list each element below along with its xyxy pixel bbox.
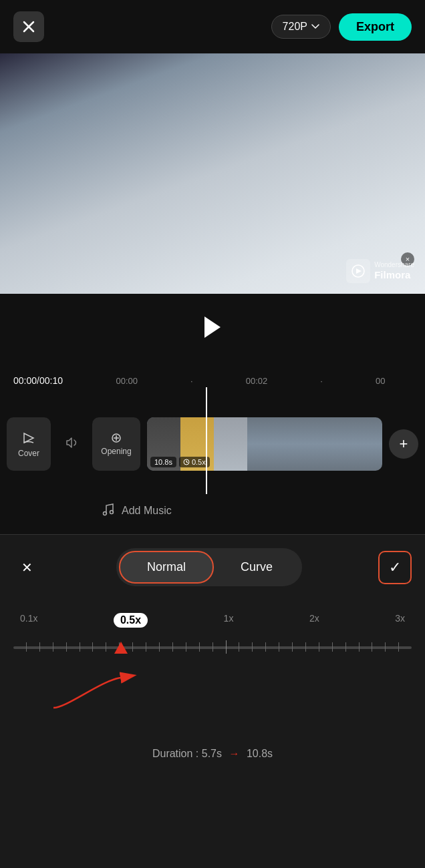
speed-2x: 2x (309, 613, 319, 628)
duration-label: Duration : (152, 748, 202, 759)
slider-track (13, 646, 412, 649)
marker-dot-1: · (190, 376, 193, 386)
resolution-label: 720P (283, 21, 307, 33)
play-button[interactable] (204, 316, 221, 338)
cover-button[interactable]: Cover (7, 417, 51, 471)
duration-info: Duration : 5.7s → 10.8s (0, 748, 425, 760)
music-icon (100, 502, 115, 520)
badge-row: 10.8s 0.5x (150, 457, 210, 467)
cancel-speed-button[interactable]: ✕ (13, 554, 40, 581)
tab-normal[interactable]: Normal (119, 551, 214, 584)
filmora-text: Wondershare Filmora (374, 261, 414, 281)
slider-thumb[interactable] (114, 642, 128, 654)
opening-label: Opening (101, 447, 131, 456)
speed-labels: 0.1x 0.5x 1x 2x 3x (13, 613, 412, 628)
cover-label: Cover (18, 449, 39, 458)
duration-from: 5.7s (202, 748, 222, 759)
volume-icon[interactable] (57, 435, 86, 453)
marker-end: 00 (376, 376, 385, 386)
add-music-button[interactable]: Add Music (100, 502, 172, 520)
playhead (206, 387, 207, 494)
marker-dot-2: · (320, 376, 323, 386)
opening-button[interactable]: Opening (92, 417, 140, 471)
add-clip-button[interactable]: + (389, 429, 418, 459)
bottom-panel: ✕ Normal Curve ✓ 0.1x 0.5x 1x 2x 3x (0, 534, 425, 868)
thumb-3 (214, 417, 247, 471)
track-area: Cover Opening 10.8s (0, 401, 425, 487)
speed-tab-container: Normal Curve (116, 548, 302, 586)
svg-point-8 (110, 510, 114, 513)
duration-arrow: → (229, 748, 239, 759)
speed-1x: 1x (224, 613, 234, 628)
video-preview: × Wondershare Filmora (0, 53, 425, 294)
arrow-section (13, 668, 412, 721)
speed-tabs: ✕ Normal Curve ✓ (0, 535, 425, 586)
track-clip[interactable]: 10.8s 0.5x (147, 417, 382, 471)
red-arrow (13, 668, 214, 714)
svg-point-7 (104, 511, 107, 515)
timeline-section: 00:00/00:10 00:00 · 00:02 · 00 (0, 361, 425, 401)
marker-2: 00:02 (246, 376, 268, 386)
timeline-markers: 00:00 · 00:02 · 00 (63, 376, 412, 386)
speed-badge: 0.5x (179, 457, 210, 467)
duration-badge: 10.8s (150, 457, 176, 467)
close-button[interactable] (13, 11, 44, 42)
add-music-label: Add Music (122, 505, 172, 517)
marker-0: 00:00 (116, 376, 138, 386)
filmora-icon (346, 259, 370, 283)
controls-area (0, 294, 425, 361)
resolution-button[interactable]: 720P (271, 15, 331, 39)
slider-container[interactable] (13, 634, 412, 661)
video-track: 10.8s 0.5x (147, 417, 382, 471)
duration-to: 10.8s (247, 748, 273, 759)
speed-0.1x: 0.1x (20, 613, 37, 628)
time-display: 00:00/00:10 (13, 375, 63, 386)
speed-slider-section: 0.1x 0.5x 1x 2x 3x (0, 586, 425, 734)
tab-curve[interactable]: Curve (214, 551, 299, 584)
music-track: Add Music (0, 487, 425, 534)
speed-3x: 3x (395, 613, 405, 628)
filmora-watermark: Wondershare Filmora (346, 259, 414, 283)
speed-0.5x-active: 0.5x (114, 613, 148, 628)
confirm-speed-button[interactable]: ✓ (378, 551, 412, 584)
video-frame: × Wondershare Filmora (0, 53, 425, 294)
export-button[interactable]: Export (339, 13, 412, 41)
top-bar: 720P Export (0, 0, 425, 53)
